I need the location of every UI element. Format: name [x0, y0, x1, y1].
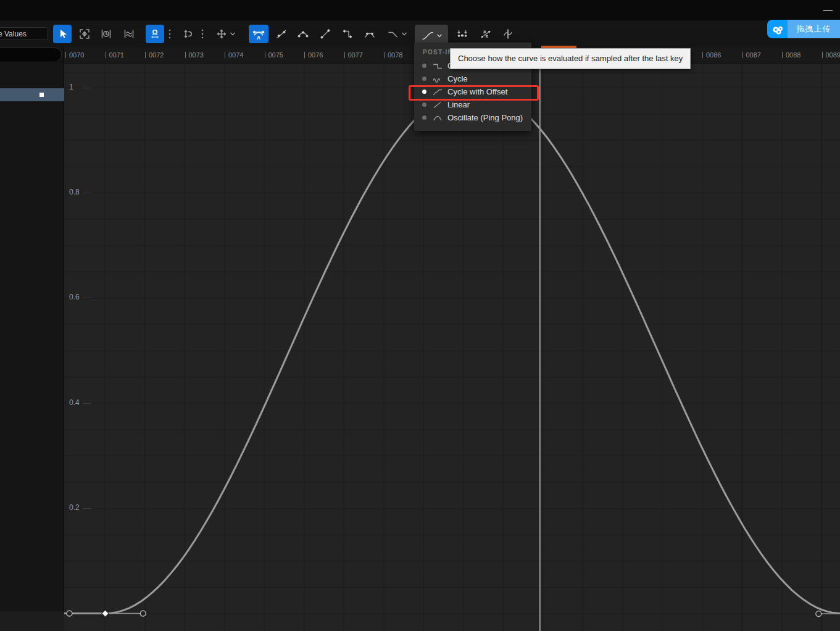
panel-bottom-strip: [0, 611, 64, 631]
curve-color-swatch: [40, 93, 44, 97]
retime-icon: [182, 28, 194, 40]
frame-tick: [185, 52, 186, 58]
value-axis-label: 1: [69, 83, 73, 91]
frame-tick-label: 0071: [109, 51, 124, 59]
frame-tick: [782, 52, 783, 58]
frame-tick-label: 0073: [189, 51, 204, 59]
value-axis-label: 0.4: [69, 398, 80, 407]
plot-area[interactable]: 10.80.60.40.2: [64, 64, 840, 631]
menu-item-cycle[interactable]: Cycle: [414, 72, 531, 85]
move-cross-icon: [215, 28, 228, 40]
straighten-tangents-button[interactable]: [476, 25, 495, 43]
frame-tick-label: 0075: [268, 51, 283, 59]
frame-tick: [822, 52, 823, 58]
values-input[interactable]: e Values: [0, 27, 48, 40]
cloud-drive-logo-icon: [767, 20, 788, 38]
frame-tick: [65, 52, 66, 58]
frame-tick: [225, 52, 225, 58]
cycle-curve-icon: [433, 75, 443, 83]
frame-tick: [265, 52, 265, 58]
value-axis-label: 0.8: [69, 188, 80, 196]
snap-time-icon: [100, 28, 112, 40]
snap-values-button[interactable]: [120, 25, 138, 43]
value-axis-tick: [83, 403, 91, 404]
post-infinity-icon: [421, 30, 435, 42]
auto-tangent-button[interactable]: A: [249, 25, 268, 43]
ellipsis-vertical-icon: [201, 28, 204, 40]
simplify-curve-icon: [502, 28, 514, 40]
frame-tick-label: 0076: [308, 51, 323, 59]
upload-label: 拖拽上传: [788, 20, 840, 38]
frame-tick-label: 0077: [348, 51, 363, 59]
pre-infinity-icon: [387, 28, 399, 40]
snap-time-button[interactable]: [97, 25, 115, 43]
tangent-linear-icon: [319, 28, 331, 40]
frame-tick-label: 0074: [228, 51, 243, 59]
value-axis-label: 0.6: [69, 293, 80, 301]
panel-divider: [0, 61, 64, 62]
frame-tick-label: 0078: [388, 51, 402, 59]
tangent-weighted-button[interactable]: [360, 25, 379, 43]
track-filter-input[interactable]: [0, 48, 62, 62]
frame-tick-label: 0089: [826, 51, 840, 59]
frame-tick: [344, 52, 345, 58]
frame-transform-button[interactable]: [75, 25, 94, 43]
oscillate-curve-icon: [433, 114, 443, 122]
upload-widget[interactable]: 拖拽上传: [767, 20, 840, 38]
tangent-weighted-icon: [364, 28, 376, 40]
chevron-down-icon: [401, 31, 407, 36]
tangent-break-button[interactable]: [294, 25, 312, 43]
value-axis-label: 0.2: [69, 503, 80, 512]
track-panel: [0, 47, 64, 631]
frame-tick: [106, 52, 106, 58]
title-bar: [0, 0, 840, 20]
flatten-tangents-icon: [456, 28, 468, 40]
snap-values-icon: [123, 28, 135, 40]
auto-tangent-icon: A: [252, 27, 265, 41]
chevron-down-icon: [436, 33, 443, 38]
flatten-tangents-button[interactable]: [453, 25, 472, 43]
frame-transform-icon: [78, 28, 91, 40]
annotation-highlight-box: [409, 85, 539, 101]
omega-normalize-icon: Ω: [149, 28, 161, 40]
tangent-break-icon: [297, 28, 309, 40]
tangent-stepped-icon: [341, 28, 354, 40]
selected-track-row[interactable]: [0, 88, 64, 101]
radio-dot-icon: [422, 102, 426, 107]
frame-tick-label: 0088: [786, 51, 800, 59]
tangent-linear-button[interactable]: [316, 25, 335, 43]
straighten-tangents-icon: [480, 28, 492, 40]
tangent-smooth-button[interactable]: [272, 25, 291, 43]
cursor-icon: [56, 28, 69, 40]
linear-curve-icon: [433, 101, 443, 109]
frame-tick-label: 0086: [706, 51, 721, 59]
radio-dot-icon: [422, 115, 426, 120]
pre-infinity-button[interactable]: [383, 25, 411, 43]
frame-tick: [304, 52, 305, 58]
value-axis-tick: [83, 193, 91, 193]
normalized-view-button[interactable]: Ω: [146, 25, 164, 43]
retime-button[interactable]: [179, 25, 198, 43]
cursor-select-button[interactable]: [53, 25, 72, 43]
value-axis-tick: [83, 88, 91, 88]
frame-tick: [145, 52, 146, 58]
tooltip: Choose how the curve is evaluated if sam…: [450, 48, 691, 69]
frame-tick-label: 0072: [149, 51, 164, 59]
svg-text:A: A: [257, 35, 260, 41]
move-mode-button[interactable]: [212, 25, 238, 43]
frame-tick: [742, 52, 743, 58]
frame-tick-label: 0070: [69, 51, 84, 59]
tangent-smooth-icon: [275, 28, 288, 40]
normalized-view-options-button[interactable]: [164, 25, 175, 43]
frame-tick: [384, 52, 385, 58]
more-options-button[interactable]: [196, 25, 209, 43]
minimize-icon[interactable]: [823, 10, 833, 11]
menu-item-oscillate[interactable]: Oscillate (Ping Pong): [414, 111, 531, 124]
frame-tick-label: 0087: [746, 51, 761, 59]
svg-text:Ω: Ω: [152, 28, 158, 36]
ellipsis-vertical-icon: [168, 28, 172, 40]
radio-dot-icon: [422, 64, 426, 68]
tangent-stepped-button[interactable]: [338, 25, 357, 43]
simplify-curve-button[interactable]: [499, 25, 517, 43]
radio-dot-icon: [422, 77, 426, 81]
